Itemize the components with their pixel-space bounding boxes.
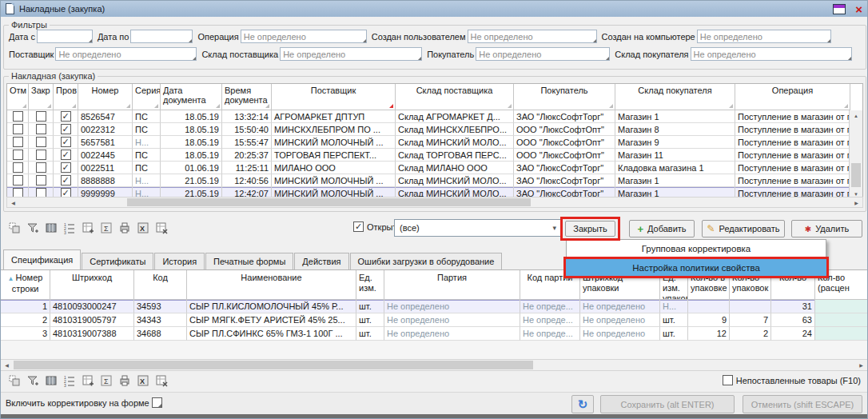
supplier-input[interactable]: Не определено — [55, 47, 197, 61]
prov-checkbox[interactable]: ✓ — [61, 137, 71, 147]
numbered-list-icon[interactable]: 123 — [62, 221, 77, 235]
table-add-icon[interactable] — [81, 221, 95, 235]
table-delete-icon[interactable] — [154, 373, 169, 388]
column-header-supplier[interactable]: Поставщик — [272, 84, 396, 110]
prov-checkbox[interactable]: ✓ — [61, 124, 71, 134]
date-from-input[interactable] — [37, 30, 93, 43]
tab-load-errors[interactable]: Ошибки загрузки в оборудование — [350, 253, 503, 269]
sigma-icon[interactable]: Σ — [99, 373, 113, 388]
zakr-checkbox[interactable] — [36, 175, 46, 186]
horizontal-scrollbar[interactable]: ◀ ▶ — [6, 197, 863, 208]
buyer-stock-input[interactable]: Не определено — [691, 47, 852, 61]
add-button[interactable]: +Добавить — [629, 220, 695, 237]
scroll-left-icon[interactable]: ◀ — [1, 362, 13, 368]
spec-row[interactable]: 3 4810319007388 34688 СЫР ПЛ.СФИНКС 65% … — [1, 327, 868, 341]
column-header-time[interactable]: Время документа — [222, 84, 272, 110]
enable-correction[interactable]: Включить корректировку на форме — [6, 397, 162, 408]
created-by-user-input[interactable]: Не определено — [468, 30, 597, 43]
tab-print-forms[interactable]: Печатные формы — [205, 253, 293, 269]
supplier-stock-input[interactable]: Не определено — [280, 47, 422, 61]
maximize-icon[interactable] — [833, 4, 846, 14]
columns-icon[interactable] — [44, 221, 58, 235]
sigma-icon[interactable]: Σ — [99, 221, 113, 235]
scrollbar-thumb[interactable] — [851, 163, 861, 187]
table-delete-icon[interactable] — [154, 221, 169, 235]
column-header-buyer[interactable]: Покупатель — [514, 84, 615, 110]
otm-checkbox[interactable] — [13, 137, 23, 147]
otm-checkbox[interactable] — [13, 175, 23, 186]
printer-icon[interactable] — [117, 221, 132, 235]
delete-button[interactable]: ✱Удалить — [791, 220, 862, 237]
table-row[interactable]: ✓ 0022445 ПС 18.05.19 20:25:37 ТОРГОВАЯ … — [7, 149, 850, 162]
prov-checkbox[interactable]: ✓ — [61, 162, 71, 173]
scroll-up-icon[interactable]: ▲ — [854, 110, 858, 122]
table-row[interactable]: ✓ 0022511 ПС 01.06.19 11:25:11 МИЛАНО ОО… — [7, 162, 850, 174]
scrollbar-thumb[interactable] — [14, 361, 533, 369]
scrollbar-thumb[interactable] — [127, 198, 531, 206]
tab-actions[interactable]: Действия — [294, 253, 348, 269]
otm-checkbox[interactable] — [13, 124, 23, 134]
column-header-code[interactable]: Код — [134, 270, 187, 300]
scroll-right-icon[interactable]: ▶ — [850, 200, 862, 206]
column-header-operation[interactable]: Операция — [735, 84, 850, 110]
date-to-input[interactable] — [130, 30, 193, 43]
prov-checkbox[interactable]: ✓ — [61, 150, 71, 160]
zakr-checkbox[interactable] — [36, 124, 46, 134]
column-header-unit[interactable]: Ед. изм. — [356, 270, 384, 300]
buyer-input[interactable]: Не определено — [476, 47, 610, 61]
otm-checkbox[interactable] — [13, 162, 23, 173]
table-row[interactable]: ✓ 8888888 Н... 21.05.19 12:40:56 МИНСКИЙ… — [7, 174, 850, 187]
zakr-checkbox[interactable] — [36, 137, 46, 147]
prov-checkbox[interactable]: ✓ — [61, 175, 71, 186]
spec-row-selected[interactable]: 1 4810093000247 34593 СЫР ПЛ.КИСЛОМОЛОЧН… — [1, 300, 868, 313]
otm-checkbox[interactable] — [13, 111, 23, 122]
close-icon[interactable]: × — [855, 4, 862, 14]
printer-icon[interactable] — [117, 373, 132, 388]
zakr-checkbox[interactable] — [36, 150, 46, 160]
refresh-button[interactable]: ↻ — [571, 395, 594, 413]
column-header-date[interactable]: Дата документа — [161, 84, 222, 110]
table-add-icon[interactable] — [81, 373, 95, 388]
column-header-line[interactable]: ▲Номер строки — [1, 270, 50, 300]
layout-copy-icon[interactable] — [7, 221, 22, 235]
column-header-zakr[interactable]: Закр — [29, 84, 54, 110]
table-row[interactable]: ✓ 0022312 ПС 18.05.19 15:50:40 МИНСКХЛЕБ… — [7, 123, 850, 136]
column-header-otm[interactable]: Отм — [7, 84, 29, 110]
excel-icon[interactable]: X — [136, 373, 150, 388]
menu-item-group-correction[interactable]: Групповая корректировка — [567, 240, 826, 257]
column-header-buyer-stock[interactable]: Склад покупателя — [615, 84, 735, 110]
operation-input[interactable]: Не определено — [241, 30, 367, 43]
column-header-number[interactable]: Номер — [78, 84, 133, 110]
zakr-checkbox[interactable] — [36, 111, 46, 122]
table-row[interactable]: ✓ 8526547 ПС 18.05.19 13:32:14 АГРОМАРКЕ… — [7, 110, 850, 123]
filter-add-icon[interactable] — [26, 373, 40, 388]
open-checkbox[interactable]: ✓ — [353, 221, 364, 232]
table-row[interactable]: ✓ 5657581 Н... 18.05.19 15:55:47 МИНСКИЙ… — [7, 136, 850, 149]
scroll-right-icon[interactable]: ▶ — [855, 362, 867, 368]
close-invoice-button[interactable]: Закрыть — [565, 221, 615, 237]
zakr-checkbox[interactable] — [36, 162, 46, 173]
tab-specification[interactable]: Спецификация — [3, 249, 81, 269]
numbered-list-icon[interactable]: 123 — [62, 373, 77, 388]
undelivered-checkbox[interactable] — [723, 375, 733, 385]
vertical-scrollbar[interactable]: ▲ ▼ — [849, 110, 862, 200]
columns-icon[interactable] — [44, 373, 58, 388]
column-header-barcode[interactable]: Штрихкод — [50, 270, 134, 300]
enable-correction-checkbox[interactable] — [152, 397, 162, 408]
prov-checkbox[interactable]: ✓ — [61, 111, 71, 122]
created-on-computer-input[interactable]: Не определено — [697, 30, 831, 43]
save-button[interactable]: Сохранить (alt ENTER) — [600, 395, 735, 413]
cancel-button[interactable]: Отменить (shift ESCAPE) — [743, 395, 862, 413]
scroll-left-icon[interactable]: ◀ — [7, 200, 19, 206]
column-header-batch[interactable]: Партия — [384, 270, 520, 300]
menu-item-property-policy[interactable]: Настройка политики свойства — [566, 259, 826, 276]
tab-certificates[interactable]: Сертификаты — [82, 253, 153, 269]
edit-button[interactable]: ✎Редактировать — [702, 220, 785, 237]
filter-dropdown[interactable]: (все) ▾ — [394, 219, 562, 237]
excel-icon[interactable]: X — [136, 221, 150, 235]
spec-horizontal-scrollbar[interactable]: ◀ ▶ — [1, 359, 867, 371]
scrollbar-track[interactable] — [850, 122, 862, 189]
spec-row[interactable]: 2 4810319005797 34343 СЫР МЯГК.ФЕТУ АРИС… — [1, 313, 868, 327]
column-header-prov[interactable]: Пров — [54, 84, 78, 110]
column-header-name[interactable]: Наименование — [187, 270, 356, 300]
